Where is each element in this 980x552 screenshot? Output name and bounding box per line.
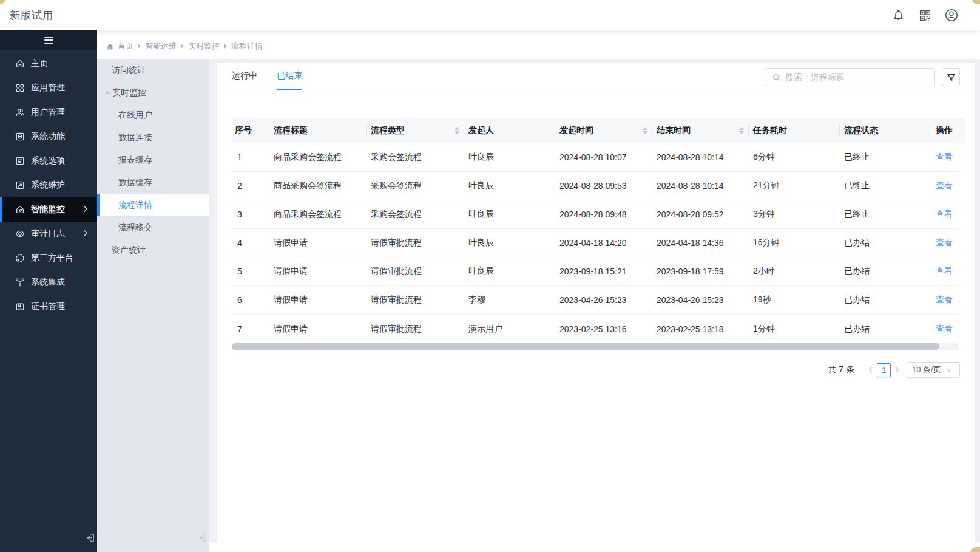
- sort-icon[interactable]: [455, 127, 459, 134]
- breadcrumb-item[interactable]: 智能运维: [145, 41, 177, 52]
- page-size-select[interactable]: 10 条/页: [907, 362, 960, 378]
- search-input[interactable]: [785, 72, 929, 82]
- view-link[interactable]: 查看: [936, 209, 953, 219]
- view-link[interactable]: 查看: [936, 324, 953, 333]
- pagination-total: 共 7 条: [828, 364, 854, 375]
- breadcrumb-separator-icon: [181, 44, 184, 49]
- table-header: 序号流程标题流程类型发起人发起时间结束时间任务耗时流程状态操作: [232, 118, 960, 143]
- cell-type: 采购会签流程: [367, 172, 464, 200]
- user-avatar-icon[interactable]: [945, 9, 958, 22]
- cell-index: 4: [232, 229, 269, 257]
- scrollbar-thumb[interactable]: [232, 343, 939, 350]
- column-header-duration: 任务耗时: [749, 118, 840, 143]
- sidebar-header: [0, 30, 97, 50]
- app-header: 新版试用: [0, 0, 980, 30]
- tab-running[interactable]: 运行中: [232, 62, 257, 90]
- view-link[interactable]: 查看: [936, 237, 953, 247]
- submenu-item-6[interactable]: 数据缓存: [97, 171, 209, 194]
- submenu-item-1[interactable]: 访问统计: [97, 59, 209, 81]
- view-link[interactable]: 查看: [936, 266, 953, 276]
- sidebar-item-2[interactable]: 应用管理: [0, 76, 97, 100]
- submenu-item-4[interactable]: 数据连接: [97, 126, 209, 149]
- sidebar-item-label: 主页: [31, 58, 48, 69]
- cell-initiator: 叶良辰: [464, 200, 555, 229]
- sidebar-collapse-icon[interactable]: [83, 531, 96, 544]
- cell-index: 2: [232, 172, 269, 200]
- column-header-type[interactable]: 流程类型: [367, 118, 464, 143]
- cell-duration: 19秒: [749, 286, 840, 315]
- process-table-wrap: 序号流程标题流程类型发起人发起时间结束时间任务耗时流程状态操作 1商品采购会签流…: [232, 118, 965, 343]
- qr-code-icon[interactable]: [918, 9, 931, 22]
- table-body: 1商品采购会签流程采购会签流程叶良辰2024-08-28 10:072024-0…: [232, 143, 960, 343]
- sidebar-item-5[interactable]: 系统选项: [0, 149, 97, 173]
- submenu-item-2[interactable]: 实时监控: [97, 81, 209, 104]
- cell-status: 已终止: [840, 172, 931, 200]
- cell-action: 查看: [931, 200, 960, 229]
- right-column: 首页智能运维实时监控流程详情 访问统计实时监控在线用户数据连接报表缓存数据缓存流…: [97, 30, 980, 552]
- page-number-button[interactable]: 1: [877, 363, 891, 377]
- page-size-label: 10 条/页: [912, 364, 941, 375]
- sort-icon[interactable]: [643, 127, 647, 134]
- column-header-initiator: 发起人: [464, 118, 555, 143]
- cell-duration: 2小时: [749, 257, 840, 286]
- submenu-collapse-icon[interactable]: [195, 531, 209, 544]
- third-party-icon: [15, 253, 25, 264]
- breadcrumb-item[interactable]: 流程详情: [231, 41, 263, 52]
- cell-action: 查看: [931, 229, 960, 257]
- cell-action: 查看: [931, 286, 960, 315]
- column-header-start_time[interactable]: 发起时间: [555, 118, 652, 143]
- horizontal-scrollbar[interactable]: [232, 343, 959, 350]
- content-background: 运行中已结束: [209, 59, 980, 542]
- submenu-item-3[interactable]: 在线用户: [97, 104, 209, 126]
- secondary-sidebar: 访问统计实时监控在线用户数据连接报表缓存数据缓存流程详情流程移交资产统计: [97, 59, 209, 552]
- sidebar-item-9[interactable]: 第三方平台: [0, 246, 97, 270]
- sidebar-item-11[interactable]: 证书管理: [0, 295, 97, 319]
- column-header-title: 流程标题: [269, 118, 367, 143]
- cell-status: 已办结: [840, 257, 931, 286]
- cell-initiator: 叶良辰: [464, 229, 555, 257]
- next-page-button[interactable]: [893, 363, 901, 377]
- cell-end_time: 2024-08-28 09:52: [652, 200, 749, 229]
- cell-type: 请假审批流程: [367, 286, 464, 315]
- cell-title: 请假申请: [269, 286, 367, 315]
- table-scrollbar-gutter: [960, 118, 965, 143]
- column-header-end_time[interactable]: 结束时间: [652, 118, 749, 143]
- view-link[interactable]: 查看: [936, 295, 953, 304]
- cell-initiator: 叶良辰: [464, 257, 555, 286]
- sidebar-item-10[interactable]: 系统集成: [0, 270, 97, 295]
- pagination: 共 7 条 1 10 条/页: [217, 362, 960, 378]
- sidebar-item-4[interactable]: 系统功能: [0, 124, 97, 149]
- submenu-item-7[interactable]: 流程详情: [97, 194, 209, 216]
- sidebar-item-7[interactable]: 智能监控: [0, 197, 97, 222]
- filter-button[interactable]: [942, 68, 960, 86]
- prev-page-button[interactable]: [867, 363, 874, 377]
- maintenance-icon: [15, 180, 25, 191]
- sidebar-item-6[interactable]: 系统维护: [0, 173, 97, 197]
- column-header-index: 序号: [232, 118, 269, 143]
- cell-start_time: 2024-08-28 09:53: [555, 172, 652, 200]
- breadcrumb-item[interactable]: 首页: [118, 41, 133, 52]
- sort-icon[interactable]: [739, 127, 744, 134]
- cell-start_time: 2024-04-18 14:20: [555, 229, 652, 257]
- breadcrumb-item[interactable]: 实时监控: [188, 41, 220, 52]
- cell-type: 采购会签流程: [367, 200, 464, 229]
- submenu-item-label: 流程移交: [118, 222, 152, 233]
- hamburger-menu-icon[interactable]: [44, 37, 53, 44]
- sidebar-item-8[interactable]: 审计日志: [0, 222, 97, 246]
- tab-finished[interactable]: 已结束: [277, 62, 302, 90]
- cell-start_time: 2024-08-28 09:48: [555, 200, 652, 229]
- cell-type: 请假审批流程: [367, 315, 464, 343]
- main-layout: 主页应用管理用户管理系统功能系统选项系统维护智能监控审计日志第三方平台系统集成证…: [0, 30, 980, 552]
- view-link[interactable]: 查看: [936, 180, 953, 190]
- sidebar-item-label: 智能监控: [31, 204, 65, 215]
- notification-bell-icon[interactable]: [891, 9, 905, 22]
- submenu-item-8[interactable]: 流程移交: [97, 216, 209, 239]
- table-row-4: 4请假申请请假审批流程叶良辰2024-04-18 14:202024-04-18…: [232, 229, 960, 257]
- sidebar-item-1[interactable]: 主页: [0, 52, 97, 76]
- cell-initiator: 演示用户: [464, 315, 555, 343]
- home-icon: [15, 59, 25, 69]
- sidebar-item-3[interactable]: 用户管理: [0, 100, 97, 124]
- submenu-item-5[interactable]: 报表缓存: [97, 149, 209, 171]
- view-link[interactable]: 查看: [936, 152, 953, 162]
- submenu-item-9[interactable]: 资产统计: [97, 239, 209, 261]
